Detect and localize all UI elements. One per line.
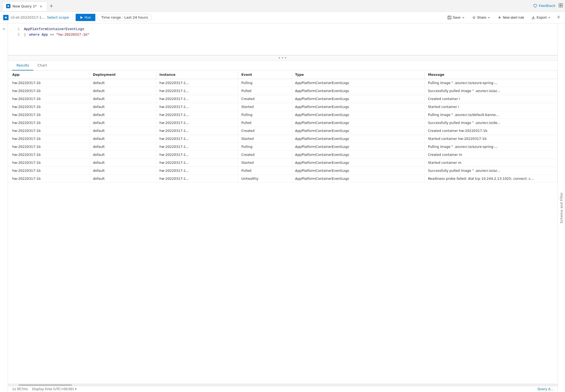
cell-instance: hw-20220317-1...	[156, 175, 238, 183]
feedback-label: Feedback	[539, 4, 555, 8]
code-editor[interactable]: 1 AppPlatformContainerEventLogs 2 | wher…	[8, 23, 558, 55]
export-button[interactable]: Export	[529, 14, 553, 21]
svg-point-7	[5, 16, 7, 18]
horizontal-scrollbar[interactable]	[8, 384, 558, 386]
cell-event: Started	[238, 159, 292, 167]
tab-chart[interactable]: Chart	[33, 61, 51, 70]
table-row: hw-20220317-1bdefaulthw-20220317-1...Unh…	[8, 175, 558, 183]
cell-event: Created	[238, 151, 292, 159]
query-duration: 1s 957ms	[12, 387, 28, 391]
query-details[interactable]: Query d...	[538, 387, 553, 391]
cell-deployment: default	[90, 159, 156, 167]
cell-type: AppPlatformContainerEventLogs	[292, 127, 425, 135]
scope-name: cli-et-20220317-1...	[11, 15, 45, 19]
cell-instance: hw-20220317-1...	[156, 111, 238, 119]
main-content: » 1 AppPlatformContainerEventLogs 2 | wh…	[0, 23, 565, 392]
share-button[interactable]: Share	[469, 14, 493, 21]
cell-event: Unhealthy	[238, 175, 292, 183]
cell-app: hw-20220317-1b	[8, 135, 90, 143]
svg-rect-10	[448, 16, 450, 17]
table-row: hw-20220317-1bdefaulthw-20220317-1...Pul…	[8, 167, 558, 175]
svg-rect-5	[561, 6, 563, 7]
azure-icon	[6, 4, 10, 8]
select-scope-button[interactable]: Select scope	[47, 15, 69, 19]
scope-area: cli-et-20220317-1...	[3, 15, 45, 20]
tab-right-area: Feedback	[533, 3, 563, 8]
svg-marker-8	[80, 16, 83, 19]
cell-message: Pulling image " .azurecr.io/azure-spring…	[425, 143, 558, 151]
cell-app: hw-20220317-1b	[8, 143, 90, 151]
cell-deployment: default	[90, 135, 156, 143]
cell-app: hw-20220317-1b	[8, 167, 90, 175]
cell-type: AppPlatformContainerEventLogs	[292, 103, 425, 111]
scope-icon	[3, 15, 9, 20]
time-range-button[interactable]: Time range : Last 24 hours	[97, 14, 152, 21]
display-time[interactable]: Display time (UTC+00:00) ▾	[32, 387, 77, 391]
cell-event: Started	[238, 135, 292, 143]
new-alert-button[interactable]: New alert rule	[495, 14, 527, 21]
table-row: hw-20220317-1bdefaulthw-20220317-1...Sta…	[8, 159, 558, 167]
results-table: App Deployment Instance Event Type Messa…	[8, 70, 558, 183]
cell-instance: hw-20220317-1...	[156, 167, 238, 175]
cell-app: hw-20220317-1b	[8, 151, 90, 159]
cell-message: Created container m	[425, 151, 558, 159]
code-line-1: 1 AppPlatformContainerEventLogs	[12, 27, 553, 32]
cell-app: hw-20220317-1b	[8, 79, 90, 87]
save-dropdown-icon	[462, 16, 465, 19]
cell-event: Created	[238, 95, 292, 103]
right-sidebar[interactable]: Schema and Filter	[558, 23, 565, 392]
col-event: Event	[238, 70, 292, 79]
cell-type: AppPlatformContainerEventLogs	[292, 151, 425, 159]
expand-button[interactable]: »	[2, 26, 6, 32]
export-icon	[531, 16, 535, 19]
schema-filter-label: Schema and Filter	[560, 192, 563, 223]
cell-message: Started container hw-20220317-1b	[425, 135, 558, 143]
grid-icon[interactable]	[559, 3, 563, 8]
new-tab-button[interactable]: +	[47, 2, 56, 10]
cell-message: Successfully pulled image " .azurecr.io/…	[425, 87, 558, 95]
cell-app: hw-20220317-1b	[8, 119, 90, 127]
cell-app: hw-20220317-1b	[8, 175, 90, 183]
svg-rect-2	[559, 3, 560, 5]
feedback-button[interactable]: Feedback	[533, 4, 555, 8]
tab-bar: New Query 1* × + Feedback	[0, 0, 565, 12]
cell-app: hw-20220317-1b	[8, 87, 90, 95]
cell-instance: hw-20220317-1...	[156, 151, 238, 159]
active-tab[interactable]: New Query 1* ×	[2, 1, 47, 11]
cell-deployment: default	[90, 103, 156, 111]
table-row: hw-20220317-1bdefaulthw-20220317-1...Sta…	[8, 135, 558, 143]
cell-message: Successfully pulled image " .azurecr.io/…	[425, 119, 558, 127]
cell-event: Pulled	[238, 87, 292, 95]
run-button[interactable]: Run	[76, 14, 95, 21]
cell-event: Pulling	[238, 143, 292, 151]
col-app: App	[8, 70, 90, 79]
cell-type: AppPlatformContainerEventLogs	[292, 95, 425, 103]
cell-deployment: default	[90, 95, 156, 103]
cell-instance: hw-20220317-1...	[156, 135, 238, 143]
cell-type: AppPlatformContainerEventLogs	[292, 143, 425, 151]
code-line-2: 2 | where App == "hw-20220317-1b"	[12, 32, 553, 38]
cell-type: AppPlatformContainerEventLogs	[292, 167, 425, 175]
cell-app: hw-20220317-1b	[8, 159, 90, 167]
save-button[interactable]: Save	[445, 14, 467, 21]
cell-instance: hw-20220317-1...	[156, 95, 238, 103]
col-type: Type	[292, 70, 425, 79]
tab-close-button[interactable]: ×	[39, 4, 43, 8]
svg-rect-4	[559, 6, 560, 7]
export-dropdown-icon	[548, 16, 551, 19]
cell-instance: hw-20220317-1...	[156, 159, 238, 167]
cell-event: Pulled	[238, 167, 292, 175]
save-icon	[448, 16, 451, 19]
table-row: hw-20220317-1bdefaulthw-20220317-1...Pul…	[8, 79, 558, 87]
resizer[interactable]: •••	[8, 55, 558, 61]
left-sidebar: »	[0, 23, 8, 392]
results-table-container[interactable]: App Deployment Instance Event Type Messa…	[8, 70, 558, 384]
table-row: hw-20220317-1bdefaulthw-20220317-1...Cre…	[8, 95, 558, 103]
cell-message: Pulling image " .azurecr.io/default-bann…	[425, 111, 558, 119]
table-header-row: App Deployment Instance Event Type Messa…	[8, 70, 558, 79]
scrollbar-thumb[interactable]	[19, 384, 72, 386]
cell-deployment: default	[90, 127, 156, 135]
tab-results[interactable]: Results	[12, 61, 33, 70]
cell-deployment: default	[90, 167, 156, 175]
settings-icon[interactable]	[555, 14, 562, 21]
